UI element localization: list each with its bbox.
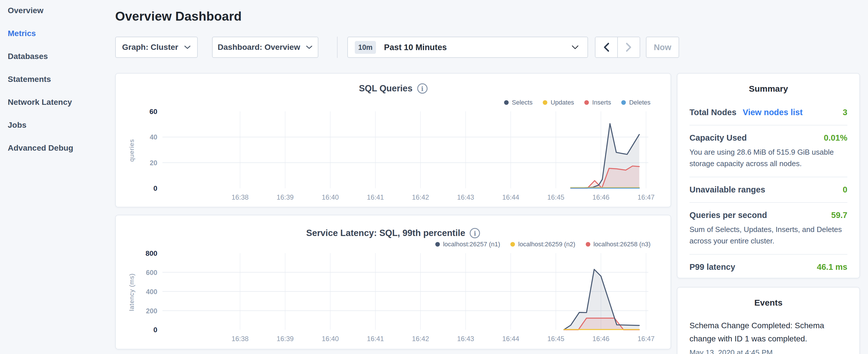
event-timestamp: May 13, 2020 at 4:45 PM <box>689 348 847 354</box>
chevron-down-icon <box>184 45 191 49</box>
svg-text:16:44: 16:44 <box>502 335 519 343</box>
svg-text:16:39: 16:39 <box>277 335 294 343</box>
svg-text:20: 20 <box>150 159 157 167</box>
svg-text:16:47: 16:47 <box>638 193 655 201</box>
chevron-down-icon <box>571 45 579 50</box>
svg-text:200: 200 <box>146 307 157 315</box>
summary-panel: Summary Total Nodes View nodes list 3 Ca… <box>677 73 860 279</box>
qps-description: Sum of Selects, Updates, Inserts, and De… <box>689 224 847 254</box>
time-prev-button[interactable] <box>595 37 617 57</box>
svg-text:16:39: 16:39 <box>277 193 294 201</box>
time-next-button[interactable] <box>617 37 640 57</box>
service-latency-chart-card: Service Latency: SQL, 99th percentile i … <box>115 215 671 349</box>
event-message: Schema Change Completed: Schema change w… <box>689 319 847 345</box>
svg-text:40: 40 <box>150 133 157 141</box>
svg-text:16:41: 16:41 <box>367 193 384 201</box>
svg-text:16:43: 16:43 <box>457 193 474 201</box>
svg-text:60: 60 <box>150 108 158 116</box>
time-range-picker[interactable]: 10m Past 10 Minutes <box>347 37 588 58</box>
sidebar-item-network-latency[interactable]: Network Latency <box>8 98 115 106</box>
controls-row: Graph: Cluster Dashboard: Overview 10m P… <box>0 37 868 58</box>
chevron-left-icon <box>603 42 610 52</box>
svg-text:16:45: 16:45 <box>547 335 564 343</box>
qps-value: 59.7 <box>831 211 847 220</box>
svg-text:16:46: 16:46 <box>592 335 610 343</box>
events-title: Events <box>689 298 847 308</box>
svg-text:16:40: 16:40 <box>322 193 339 201</box>
svg-text:16:47: 16:47 <box>638 335 655 343</box>
summary-title: Summary <box>689 84 847 94</box>
sidebar-item-jobs[interactable]: Jobs <box>8 121 115 129</box>
controls-divider <box>337 37 338 58</box>
summary-row-p99: P99 latency 46.1 ms <box>689 255 847 280</box>
svg-text:600: 600 <box>146 269 157 277</box>
sql-queries-chart-card: SQL Queries i Selects Updates Inserts De… <box>115 73 671 207</box>
time-step-buttons <box>595 37 640 58</box>
db-console-screen: Overview Metrics Databases Statements Ne… <box>0 0 868 354</box>
sidebar-item-statements[interactable]: Statements <box>8 75 115 84</box>
svg-text:16:46: 16:46 <box>592 193 610 201</box>
svg-text:16:42: 16:42 <box>412 335 429 343</box>
qps-label: Queries per second <box>689 211 767 220</box>
capacity-used-label: Capacity Used <box>689 133 747 142</box>
page-title: Overview Dashboard <box>115 9 242 24</box>
time-now-button[interactable]: Now <box>646 37 679 58</box>
sidebar-item-overview[interactable]: Overview <box>8 6 115 15</box>
svg-text:16:40: 16:40 <box>322 335 339 343</box>
chevron-down-icon <box>306 45 313 49</box>
capacity-used-value: 0.01% <box>824 133 847 142</box>
time-range-label: Past 10 Minutes <box>384 43 563 52</box>
svg-text:400: 400 <box>146 288 157 296</box>
chevron-right-icon <box>626 42 632 52</box>
dashboard-dropdown[interactable]: Dashboard: Overview <box>212 37 318 58</box>
svg-text:16:38: 16:38 <box>231 335 249 343</box>
sidebar-item-advanced-debug[interactable]: Advanced Debug <box>8 144 115 152</box>
dashboard-dropdown-label: Dashboard: Overview <box>218 43 300 52</box>
graph-dropdown-label: Graph: Cluster <box>122 43 178 52</box>
total-nodes-value: 3 <box>843 108 847 117</box>
svg-text:16:44: 16:44 <box>502 193 519 201</box>
svg-text:16:45: 16:45 <box>547 193 564 201</box>
view-nodes-list-link[interactable]: View nodes list <box>743 108 803 117</box>
svg-text:0: 0 <box>153 185 157 192</box>
chart-canvas[interactable]: 020406016:3816:3916:4016:4116:4216:4316:… <box>116 74 671 207</box>
p99-latency-label: P99 latency <box>689 262 735 272</box>
p99-latency-value: 46.1 ms <box>817 262 847 272</box>
svg-text:800: 800 <box>146 250 157 257</box>
summary-row-total-nodes: Total Nodes View nodes list 3 <box>689 100 847 125</box>
summary-row-unavailable-ranges: Unavailable ranges 0 <box>689 177 847 202</box>
graph-dropdown[interactable]: Graph: Cluster <box>115 37 198 58</box>
svg-text:16:38: 16:38 <box>231 193 249 201</box>
capacity-used-description: You are using 28.6 MiB of 515.9 GiB usab… <box>689 147 847 177</box>
events-panel: Events Schema Change Completed: Schema c… <box>677 287 860 354</box>
svg-text:0: 0 <box>153 326 157 334</box>
unavailable-ranges-value: 0 <box>843 185 847 194</box>
chart-canvas[interactable]: 020040060080016:3816:3916:4016:4116:4216… <box>116 215 671 349</box>
chart-plot: 020040060080016:3816:3916:4016:4116:4216… <box>116 215 671 349</box>
svg-text:16:43: 16:43 <box>457 335 474 343</box>
time-range-badge: 10m <box>355 41 376 54</box>
svg-text:16:41: 16:41 <box>367 335 384 343</box>
total-nodes-label: Total Nodes <box>689 108 737 117</box>
unavailable-ranges-label: Unavailable ranges <box>689 185 765 194</box>
svg-text:16:42: 16:42 <box>412 193 429 201</box>
chart-plot: 020406016:3816:3916:4016:4116:4216:4316:… <box>116 74 671 207</box>
event-item[interactable]: Schema Change Completed: Schema change w… <box>689 319 847 354</box>
